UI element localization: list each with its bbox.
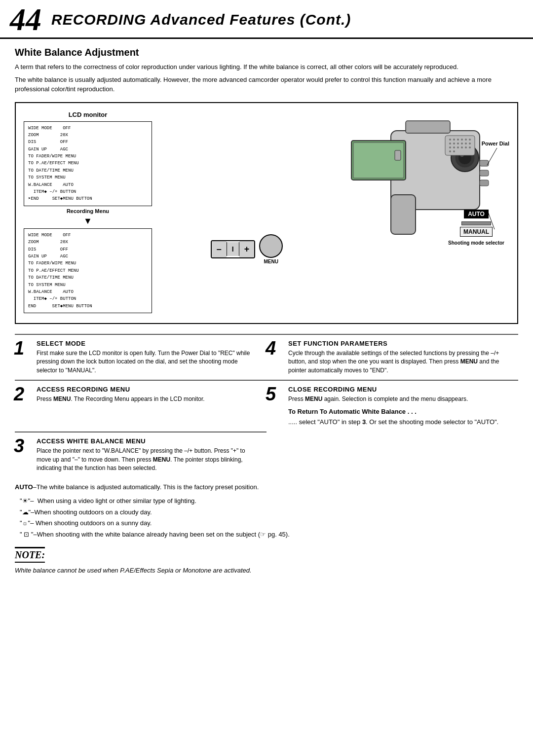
svg-point-23 xyxy=(453,146,455,148)
diagram-container: LCD monitor WIDE MODE OFF ZOOM 20X DIS O… xyxy=(15,102,518,324)
svg-point-22 xyxy=(449,146,451,148)
svg-point-20 xyxy=(465,143,467,144)
step-2: 2 ACCESS RECORDING MENU Press MENU. The … xyxy=(15,380,266,432)
svg-rect-31 xyxy=(480,160,489,166)
page-title: RECORDING Advanced Features (Cont.) xyxy=(51,11,351,28)
svg-point-19 xyxy=(461,143,463,144)
svg-point-27 xyxy=(469,146,471,148)
svg-rect-33 xyxy=(480,180,489,186)
recording-menu-label: Recording Menu xyxy=(24,208,152,214)
step-4-body: Cycle through the available settings of … xyxy=(288,349,511,375)
bullet-item-3: "☼"– When shooting outdoors on a sunny d… xyxy=(20,518,518,529)
menu-arrow: ▼ xyxy=(24,216,152,226)
bullet-item-2: "☁"–When shooting outdoors on a cloudy d… xyxy=(20,507,518,518)
bottom-info: AUTO–The white balance is adjusted autom… xyxy=(15,482,518,540)
power-dial-label: Power Dial xyxy=(482,141,509,146)
svg-point-29 xyxy=(453,150,455,152)
note-body: White balance cannot be used when P.AE/E… xyxy=(15,566,518,576)
svg-point-17 xyxy=(453,143,455,144)
step-3-heading: ACCESS WHITE BALANCE MENU xyxy=(37,437,260,445)
svg-rect-32 xyxy=(480,170,489,176)
svg-point-16 xyxy=(449,143,451,144)
minus-divider-plus-group[interactable]: – I + xyxy=(211,240,255,258)
step-1-number: 1 xyxy=(14,339,24,358)
bullet-item-1: "☀"– When using a video light or other s… xyxy=(20,496,518,506)
step-3: 3 ACCESS WHITE BALANCE MENU Place the po… xyxy=(15,432,266,477)
steps-container: 1 SELECT MODE First make sure the LCD mo… xyxy=(15,334,518,477)
step-5-body: Press MENU again. Selection is complete … xyxy=(288,395,511,403)
step-4-content: SET FUNCTION PARAMETERS Cycle through th… xyxy=(273,340,511,375)
diagram-center: – I + MENU xyxy=(157,111,337,264)
manual-selector[interactable]: MANUAL xyxy=(460,227,493,237)
step-1: 1 SELECT MODE First make sure the LCD mo… xyxy=(15,334,266,380)
menu-area: MENU xyxy=(259,234,283,264)
svg-point-24 xyxy=(457,146,459,148)
svg-point-10 xyxy=(449,139,451,141)
note-box: NOTE: White balance cannot be used when … xyxy=(15,547,518,576)
return-body: ..... select "AUTO" in step 3. Or set th… xyxy=(288,417,511,427)
svg-rect-8 xyxy=(406,121,450,133)
step-3-number: 3 xyxy=(14,436,24,455)
step-3-body: Place the pointer next to "W.BALANCE" by… xyxy=(37,447,260,472)
step-5-heading: CLOSE RECORDING MENU xyxy=(288,386,511,393)
svg-point-12 xyxy=(457,139,459,141)
svg-rect-9 xyxy=(445,136,475,155)
divider: I xyxy=(227,242,239,256)
step-1-body: First make sure the LCD monitor is open … xyxy=(37,349,260,375)
page-header: 44 RECORDING Advanced Features (Cont.) xyxy=(0,0,533,39)
svg-line-34 xyxy=(487,148,497,165)
step-2-content: ACCESS RECORDING MENU Press MENU. The Re… xyxy=(22,386,260,403)
intro-paragraph-2: The white balance is usually adjusted au… xyxy=(15,75,518,94)
diagram-left: LCD monitor WIDE MODE OFF ZOOM 20X DIS O… xyxy=(24,111,152,316)
svg-point-21 xyxy=(469,143,471,144)
step-4-number: 4 xyxy=(266,339,276,358)
step-5: 5 CLOSE RECORDING MENU Press MENU again.… xyxy=(266,380,518,432)
svg-point-25 xyxy=(461,146,463,148)
minus-button[interactable]: – xyxy=(212,241,227,257)
plus-button[interactable]: + xyxy=(239,241,255,257)
bullet-item-4: " ⊡ "–When shooting with the white balan… xyxy=(20,530,518,540)
menu-button[interactable] xyxy=(259,234,283,258)
svg-point-18 xyxy=(457,143,459,144)
return-section: To Return To Automatic White Balance . .… xyxy=(288,408,511,427)
auto-note: AUTO–The white balance is adjusted autom… xyxy=(15,482,518,492)
page-number: 44 xyxy=(10,4,41,36)
svg-rect-30 xyxy=(391,195,416,234)
svg-point-15 xyxy=(469,139,471,141)
intro-paragraph-1: A term that refers to the correctness of… xyxy=(15,62,518,72)
step-5-number: 5 xyxy=(266,385,276,403)
controls-area: – I + MENU xyxy=(211,234,283,264)
svg-point-28 xyxy=(449,150,451,152)
step-4: 4 SET FUNCTION PARAMETERS Cycle through … xyxy=(266,334,518,380)
svg-point-13 xyxy=(461,139,463,141)
svg-rect-3 xyxy=(395,150,401,160)
step-5-content: CLOSE RECORDING MENU Press MENU again. S… xyxy=(273,386,511,427)
step-2-heading: ACCESS RECORDING MENU xyxy=(37,386,260,393)
step-1-heading: SELECT MODE xyxy=(37,340,260,347)
selector-slider xyxy=(461,221,491,225)
diagram-right: Power Dial AUTO MANUAL Shooting mode sel… xyxy=(342,111,509,255)
svg-point-26 xyxy=(465,146,467,148)
menu-box-1: WIDE MODE OFF ZOOM 20X DIS OFF GAIN UP A… xyxy=(24,121,152,206)
step-2-body: Press MENU. The Recording Menu appears i… xyxy=(37,395,260,403)
step-4-heading: SET FUNCTION PARAMETERS xyxy=(288,340,511,347)
shooting-mode-label: Shooting mode selector xyxy=(448,240,504,246)
menu-label: MENU xyxy=(264,259,278,264)
lcd-label: LCD monitor xyxy=(24,111,152,118)
section-title: White Balance Adjustment xyxy=(15,47,518,58)
return-title: To Return To Automatic White Balance . .… xyxy=(288,408,511,415)
note-title: NOTE: xyxy=(15,547,45,563)
bullet-list: "☀"– When using a video light or other s… xyxy=(15,496,518,540)
mode-selector-area: AUTO MANUAL Shooting mode selector xyxy=(448,210,504,246)
svg-point-14 xyxy=(465,139,467,141)
menu-box-2: WIDE MODE OFF ZOOM 20X DIS OFF GAIN UP A… xyxy=(24,228,152,313)
step-2-number: 2 xyxy=(14,385,24,403)
svg-point-11 xyxy=(453,139,455,141)
auto-selector[interactable]: AUTO xyxy=(464,210,489,218)
step-3-content: ACCESS WHITE BALANCE MENU Place the poin… xyxy=(22,437,260,472)
step-1-content: SELECT MODE First make sure the LCD moni… xyxy=(22,340,260,375)
main-content: White Balance Adjustment A term that ref… xyxy=(0,39,533,585)
